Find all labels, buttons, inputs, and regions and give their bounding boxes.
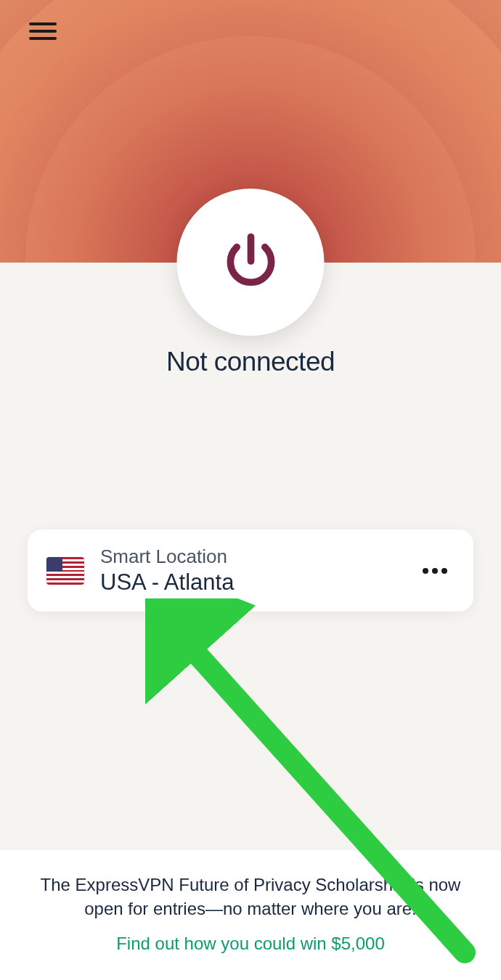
menu-icon	[29, 22, 57, 25]
more-options-button[interactable]	[415, 561, 455, 581]
footer-banner: The ExpressVPN Future of Privacy Scholar…	[0, 850, 501, 980]
flag-usa-icon	[46, 557, 84, 585]
menu-button[interactable]	[29, 18, 57, 44]
connect-button[interactable]	[177, 189, 325, 336]
location-label: Smart Location	[100, 545, 415, 568]
location-selector[interactable]: Smart Location USA - Atlanta	[28, 530, 473, 612]
connection-status: Not connected	[0, 347, 501, 377]
location-text-group: Smart Location USA - Atlanta	[100, 545, 415, 596]
location-name: USA - Atlanta	[100, 569, 415, 596]
footer-cta-link[interactable]: Find out how you could win $5,000	[29, 934, 472, 954]
power-icon	[219, 229, 282, 296]
ellipsis-icon	[423, 568, 428, 574]
footer-message: The ExpressVPN Future of Privacy Scholar…	[29, 873, 472, 921]
